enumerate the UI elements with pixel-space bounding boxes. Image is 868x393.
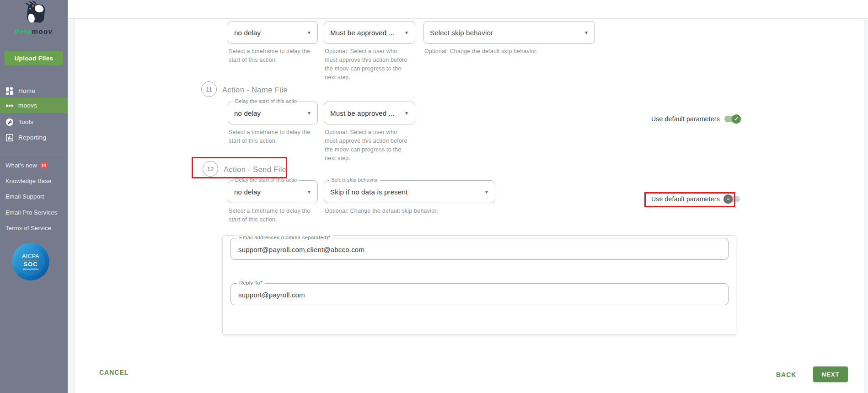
step-number-11: 11: [201, 81, 217, 97]
step11-approver-dropdown[interactable]: Must be approved ... ▼: [324, 102, 415, 124]
skip-helper-text: Optional: Change the default skip behavi…: [325, 207, 508, 215]
dropdown-value: Select skip behavior: [430, 29, 493, 37]
sidebar-item-moovs[interactable]: moovs: [0, 98, 68, 113]
brand-wordmark: detamoov: [15, 27, 53, 35]
upload-files-button[interactable]: Upload Files: [5, 51, 63, 65]
use-default-parameters-toggle-off[interactable]: −: [724, 196, 740, 202]
reply-to-field[interactable]: Reply To*: [230, 283, 729, 305]
chevron-down-icon: ▼: [401, 111, 409, 116]
check-icon: ✓: [732, 114, 741, 124]
step12-skip-dropdown[interactable]: Select skip behavior Skip if no data is …: [324, 180, 495, 203]
use-default-parameters-toggle-on[interactable]: ✓: [724, 116, 740, 122]
delay-helper-text: Select a timeframe to delay the start of…: [229, 207, 311, 224]
dropdown-value: Must be approved ...: [330, 109, 395, 117]
toggle-label: Use default parameters: [651, 195, 720, 203]
brand-logo[interactable]: detamoov: [0, 1, 68, 35]
cancel-button[interactable]: CANCEL: [96, 368, 131, 377]
dropdown-label: Delay the start of this actio: [233, 177, 299, 183]
aicpa-soc-badge: AICPA SOC aicpa.org/soc4so: [12, 243, 49, 280]
dropdown-value: no delay: [234, 109, 261, 117]
email-addresses-field[interactable]: Email addresses (comma separated)*: [230, 238, 729, 260]
sidebar-item-home[interactable]: Home: [0, 83, 68, 98]
approver-helper-text: Optional: Select a user who must approve…: [325, 128, 409, 163]
link-email-pro-services[interactable]: Email Pro Services: [5, 208, 57, 216]
step11-use-default-parameters: Use default parameters ✓: [651, 115, 740, 123]
dropdown-value: no delay: [234, 188, 261, 196]
link-label: Email Pro Services: [5, 209, 57, 216]
approver-helper-text: Optional: Select a user who must approve…: [325, 47, 409, 82]
skip-helper-text: Optional: Change the default skip behavi…: [424, 47, 607, 56]
approver-dropdown-prev[interactable]: Must be approved ... ▼: [324, 21, 415, 44]
email-addresses-input[interactable]: [237, 238, 723, 260]
sidebar-item-reporting[interactable]: Reporting: [0, 130, 68, 145]
brand-logo-icon: [21, 1, 47, 27]
dropdown-label: Select skip behavior: [329, 177, 380, 183]
reporting-chart-icon: [5, 134, 14, 142]
soc-line2: SOC: [23, 261, 38, 268]
link-whats-new[interactable]: What's new 14: [5, 161, 48, 169]
sidebar-divider: [0, 154, 68, 154]
tools-wrench-icon: [5, 118, 14, 126]
link-knowledge-base[interactable]: Knowledge Base: [5, 177, 51, 185]
brand-part1: deta: [15, 27, 32, 35]
top-header: [68, 0, 868, 19]
brand-part2: moov: [32, 27, 53, 35]
skip-dropdown-prev[interactable]: Select skip behavior ▼: [423, 21, 595, 44]
sidebar-item-tools[interactable]: Tools: [0, 114, 68, 129]
sidebar: detamoov Upload Files Home moovs Tools: [0, 0, 68, 393]
soc-line1: AICPA: [22, 253, 39, 260]
content-card: [74, 18, 864, 393]
dropdown-value: Skip if no data is present: [330, 188, 407, 196]
minus-icon: −: [723, 194, 733, 204]
step12-use-default-parameters: Use default parameters −: [651, 195, 740, 203]
back-button[interactable]: BACK: [773, 371, 799, 379]
chevron-down-icon: ▼: [401, 30, 409, 35]
next-button[interactable]: NEXT: [813, 366, 848, 382]
moovs-dots-icon: [5, 102, 14, 110]
soc-line3: aicpa.org/soc4so: [23, 268, 38, 270]
step-title-name-file: Action - Name File: [222, 86, 288, 94]
chevron-down-icon: ▼: [303, 189, 311, 194]
delay-dropdown-prev[interactable]: no delay ▼: [228, 21, 318, 44]
whats-new-count-badge: 14: [40, 162, 48, 169]
step12-delay-dropdown[interactable]: Delay the start of this actio no delay ▼: [228, 180, 318, 203]
chevron-down-icon: ▼: [580, 30, 589, 35]
dropdown-value: no delay: [234, 29, 261, 37]
link-label: What's new: [5, 162, 37, 169]
step11-delay-dropdown[interactable]: Delay the start of this actio no delay ▼: [228, 102, 318, 124]
reply-to-input[interactable]: [237, 284, 723, 306]
sidebar-item-label: Home: [18, 87, 35, 94]
chevron-down-icon: ▼: [481, 189, 489, 194]
delay-helper-text: Select a timeframe to delay the start of…: [229, 47, 311, 65]
dropdown-value: Must be approved ...: [330, 29, 395, 37]
chevron-down-icon: ▼: [303, 111, 311, 116]
link-email-support[interactable]: Email Support: [5, 192, 44, 200]
dropdown-label: Delay the start of this actio: [233, 98, 299, 104]
chevron-down-icon: ▼: [303, 30, 311, 35]
aicpa-soc-badge-inner: AICPA SOC aicpa.org/soc4so: [16, 248, 45, 276]
link-label: Email Support: [5, 193, 44, 200]
link-terms-of-service[interactable]: Terms of Service: [5, 224, 51, 232]
step-title-send-file: Action - Send File: [224, 165, 286, 174]
sidebar-item-label: moovs: [18, 102, 37, 109]
link-label: Terms of Service: [5, 225, 51, 231]
link-label: Knowledge Base: [5, 178, 51, 184]
home-grid-icon: [5, 87, 14, 95]
sidebar-item-label: Tools: [18, 118, 33, 125]
sidebar-item-label: Reporting: [18, 134, 46, 141]
toggle-label: Use default parameters: [651, 115, 720, 123]
step-number-12: 12: [203, 161, 218, 177]
delay-helper-text: Select a timeframe to delay the start of…: [229, 128, 311, 145]
